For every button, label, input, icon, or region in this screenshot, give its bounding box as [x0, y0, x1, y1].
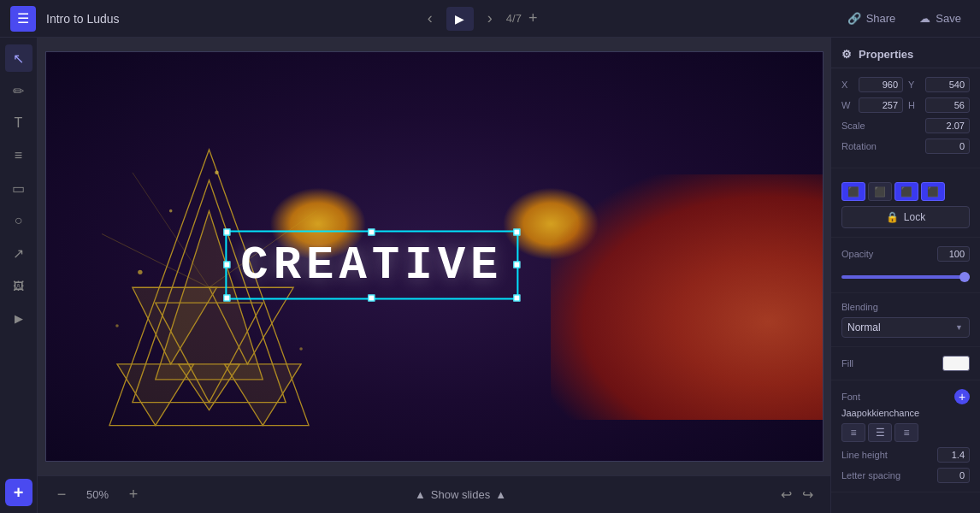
align-buttons: ⬛ ⬛ ⬛ ⬛ [841, 182, 970, 201]
font-label: Font [841, 392, 860, 402]
slide-counter: 4/7 [506, 12, 522, 25]
chevron-up-icon: ▲ [415, 488, 426, 501]
gear-icon: ⚙ [841, 48, 852, 61]
canvas-wrapper[interactable]: .tri { fill: none; stroke: #c8a020; stro… [38, 38, 830, 475]
properties-panel: ⚙ Properties X Y W H Scale Rotation [830, 38, 980, 513]
next-slide-button[interactable]: › [481, 6, 499, 31]
select-tool-button[interactable]: ↖ [5, 44, 32, 72]
left-toolbar: ↖ ✏ T ≡ ▭ ○ ↗ 🖼 ▶ + [0, 38, 38, 513]
svg-marker-6 [117, 363, 194, 425]
share-button[interactable]: 🔗 Share [839, 9, 905, 28]
blending-label: Blending [841, 302, 878, 312]
h-label: H [908, 100, 920, 110]
topbar: ☰ Intro to Ludus ‹ ▶ › 4/7 + 🔗 Share ☁ S… [0, 0, 980, 38]
handle-mid-left[interactable] [223, 262, 230, 268]
position-size-section: X Y W H Scale Rotation [831, 68, 980, 168]
fill-row: Fill [841, 356, 970, 371]
align-top-button[interactable]: ⬛ [921, 182, 945, 201]
add-icon: + [14, 483, 24, 503]
letter-spacing-row: Letter spacing [841, 468, 970, 483]
video-tool-button[interactable]: ▶ [5, 304, 32, 332]
prev-slide-button[interactable]: ‹ [421, 6, 440, 31]
y-input[interactable] [925, 77, 970, 92]
blending-select[interactable]: Normal Multiply Screen Overlay Darken Li… [841, 317, 970, 338]
handle-top-left[interactable] [223, 228, 230, 235]
scale-row: Scale [841, 118, 970, 133]
slide-canvas[interactable]: .tri { fill: none; stroke: #c8a020; stro… [45, 51, 824, 462]
align-left-button[interactable]: ⬛ [841, 182, 865, 201]
plus-icon: + [129, 486, 139, 504]
text-align-center-button[interactable]: ☰ [868, 423, 892, 442]
play-icon: ▶ [455, 12, 464, 26]
line-height-input[interactable] [937, 447, 970, 463]
blending-label-row: Blending [841, 302, 970, 312]
letter-spacing-input[interactable] [937, 468, 970, 483]
arrow-tool-button[interactable]: ↗ [5, 239, 32, 267]
svg-point-13 [299, 347, 303, 351]
save-icon: ☁ [919, 12, 930, 25]
svg-point-11 [215, 170, 218, 174]
topbar-actions: 🔗 Share ☁ Save [839, 9, 970, 28]
video-icon: ▶ [15, 312, 23, 325]
rect-tool-button[interactable]: ▭ [5, 174, 32, 202]
zoom-out-button[interactable]: − [51, 485, 72, 505]
image-tool-button[interactable]: 🖼 [5, 272, 32, 299]
h-input[interactable] [925, 97, 970, 113]
add-element-button[interactable]: + [5, 479, 32, 506]
menu-button[interactable]: ☰ [10, 6, 36, 32]
creative-text-element[interactable]: CREATIVE [225, 230, 518, 299]
handle-bottom-right[interactable] [513, 294, 520, 301]
text-align-right-button[interactable]: ≡ [894, 423, 918, 442]
lock-button[interactable]: 🔒 Lock [841, 206, 970, 228]
redo-button[interactable]: ↪ [799, 483, 817, 506]
align-center-h-button[interactable]: ⬛ [868, 182, 892, 201]
blending-section: Blending Normal Multiply Screen Overlay … [831, 293, 980, 347]
scale-input[interactable] [925, 118, 970, 133]
circle-tool-button[interactable]: ○ [5, 207, 32, 234]
text-icon: T [15, 115, 23, 131]
show-slides-button[interactable]: ▲ Show slides ▲ [415, 488, 506, 501]
font-name: Jaapokkienchance [841, 408, 970, 418]
rect-icon: ▭ [12, 180, 25, 197]
text-tool-button[interactable]: T [5, 109, 32, 137]
line-height-label: Line height [841, 450, 888, 460]
text-align-buttons: ≡ ☰ ≡ [841, 423, 970, 442]
align-right-button[interactable]: ⬛ [894, 182, 918, 201]
opacity-slider[interactable] [841, 275, 970, 279]
handle-mid-right[interactable] [513, 262, 520, 268]
pen-icon: ✏ [13, 83, 24, 99]
creative-label: CREATIVE [240, 239, 503, 291]
w-input[interactable] [859, 97, 903, 113]
handle-top-right[interactable] [513, 228, 520, 235]
font-add-button[interactable]: + [954, 389, 970, 404]
letter-spacing-label: Letter spacing [841, 470, 900, 481]
plus-icon: + [528, 9, 538, 27]
opacity-input[interactable] [937, 246, 970, 262]
rotation-row: Rotation [841, 139, 970, 154]
save-button[interactable]: ☁ Save [911, 9, 970, 28]
handle-top-mid[interactable] [369, 228, 375, 235]
fill-color-swatch[interactable] [942, 356, 970, 371]
handle-bottom-left[interactable] [223, 294, 230, 301]
rotation-input[interactable] [925, 139, 970, 154]
play-button[interactable]: ▶ [446, 7, 474, 31]
text-align-left-button[interactable]: ≡ [841, 423, 865, 442]
undo-redo-controls: ↩ ↪ [777, 483, 817, 506]
handle-bottom-mid[interactable] [369, 294, 375, 301]
zoom-in-button[interactable]: + [123, 485, 144, 505]
y-label: Y [908, 80, 920, 90]
svg-marker-7 [224, 363, 301, 425]
fill-section: Fill [831, 347, 980, 380]
add-slide-button[interactable]: + [528, 9, 538, 27]
share-icon: 🔗 [847, 12, 861, 25]
svg-line-17 [133, 172, 210, 286]
lines-tool-button[interactable]: ≡ [5, 142, 32, 169]
undo-icon: ↩ [781, 487, 792, 502]
blending-select-wrapper: Normal Multiply Screen Overlay Darken Li… [841, 317, 970, 338]
menu-icon: ☰ [17, 10, 29, 27]
undo-button[interactable]: ↩ [777, 483, 795, 506]
redo-icon: ↪ [802, 487, 813, 502]
pen-tool-button[interactable]: ✏ [5, 77, 32, 104]
x-input[interactable] [859, 77, 903, 92]
opacity-section: Opacity [831, 238, 980, 293]
